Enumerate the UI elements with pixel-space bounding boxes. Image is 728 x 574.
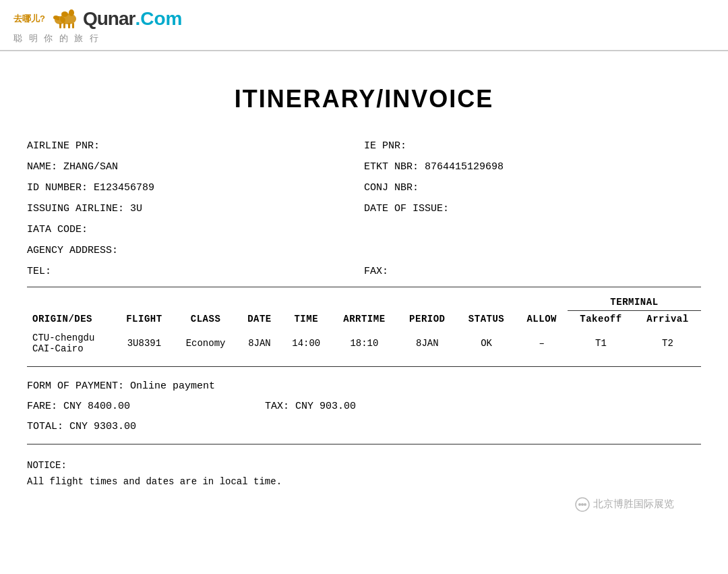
notice-divider [27,444,701,444]
agency-label: AGENCY ADDRESS: [27,245,118,256]
td-takeoff: T1 [568,327,634,360]
invoice-title: ITINERARY/INVOICE [27,85,701,113]
td-allow: – [516,327,568,360]
th-origin: ORIGIN/DES [27,294,115,327]
th-class: CLASS [174,294,238,327]
conj-field: CONJ NBR: [364,182,701,194]
tel-field: TEL: [27,266,364,277]
date-issue-field: DATE OF ISSUE: [364,203,701,214]
th-flight: FLIGHT [115,294,174,327]
td-period: 8JAN [398,327,457,360]
svg-point-12 [581,503,584,506]
ie-pnr-field: IE PNR: [364,140,701,152]
info-section: AIRLINE PNR: IE PNR: NAME: ZHANG/SAN ETK… [27,140,701,277]
logo-subtitle: 聪 明 你 的 旅 行 [13,32,182,45]
form-value: Online payment [130,380,215,392]
th-takeoff: Takeoff [568,311,634,328]
origin-line1: CTU-chengdu [32,333,109,343]
logo-com: .Com [135,8,182,30]
notice-section: NOTICE: All flight times and dates are i… [27,458,701,490]
total-value: CNY 9303.00 [69,421,136,432]
info-row-tel: TEL: FAX: [27,266,701,277]
svg-point-11 [578,503,581,506]
logo-container: 去哪儿? Qunar .Com [13,7,182,45]
info-row-agency: AGENCY ADDRESS: [27,245,701,256]
table-top-divider [27,287,701,287]
airline-pnr-field: AIRLINE PNR: [27,140,364,152]
th-allow: ALLOW [516,294,568,327]
svg-rect-9 [72,23,74,28]
iata-label: IATA CODE: [27,224,88,235]
etkt-label: ETKT NBR: [364,161,419,173]
name-label: NAME: [27,161,57,173]
info-row-pnr: AIRLINE PNR: IE PNR: [27,140,701,152]
svg-point-3 [69,9,74,16]
fare-field: FARE: CNY 8400.00 [27,397,130,417]
svg-rect-5 [57,16,59,20]
td-arrival: T2 [634,327,701,360]
form-of-payment-row: FORM OF PAYMENT: Online payment [27,376,701,397]
fax-field: FAX: [364,266,701,277]
td-arrtime: 18:10 [331,327,398,360]
td-time: 14:00 [282,327,331,360]
agency-field: AGENCY ADDRESS: [27,245,364,256]
th-period: PERIOD [398,294,457,327]
th-terminal: TERMINAL [568,294,701,311]
svg-point-2 [61,11,68,17]
ie-pnr-label: IE PNR: [364,140,406,152]
info-row-name: NAME: ZHANG/SAN ETKT NBR: 8764415129698 [27,161,701,173]
svg-rect-8 [68,23,70,28]
total-label: TOTAL: [27,421,63,432]
watermark-icon [575,497,590,512]
table-bottom-divider [27,366,701,367]
td-flight: 3U8391 [115,327,174,360]
iata-right-spacer [364,224,701,235]
tax-value: CNY 903.00 [295,401,356,412]
info-row-issuing: ISSUING AIRLINE: 3U DATE OF ISSUE: [27,203,701,214]
tel-label: TEL: [27,266,51,277]
watermark-text: 北京博胜国际展览 [593,498,674,511]
flight-table-body: CTU-chengdu CAI-Cairo 3U8391 Economy 8JA… [27,327,701,360]
conj-label: CONJ NBR: [364,182,419,194]
fare-value: CNY 8400.00 [63,401,130,412]
svg-rect-6 [59,23,61,28]
notice-text: All flight times and dates are in local … [27,474,701,490]
issuing-label: ISSUING AIRLINE: [27,203,124,214]
airline-pnr-label: AIRLINE PNR: [27,140,100,152]
name-value: ZHANG/SAN [63,161,118,173]
flight-table: ORIGIN/DES FLIGHT CLASS DATE TIME ARRTIM… [27,294,701,360]
svg-rect-7 [63,23,65,28]
th-status: STATUS [457,294,516,327]
watermark-container: 北京博胜国际展览 [575,497,674,512]
issuing-value: 3U [130,203,142,214]
id-value: E123456789 [94,182,154,194]
info-row-iata: IATA CODE: [27,224,701,235]
table-row: CTU-chengdu CAI-Cairo 3U8391 Economy 8JA… [27,327,701,360]
td-class: Economy [174,327,238,360]
page-header: 去哪儿? Qunar .Com [0,0,728,51]
td-date: 8JAN [237,327,281,360]
payment-section: FORM OF PAYMENT: Online payment FARE: CN… [27,376,701,437]
id-field: ID NUMBER: E123456789 [27,182,364,194]
iata-field: IATA CODE: [27,224,364,235]
info-row-id: ID NUMBER: E123456789 CONJ NBR: [27,182,701,194]
table-header-row: ORIGIN/DES FLIGHT CLASS DATE TIME ARRTIM… [27,294,701,311]
naqu-text: 去哪儿? [13,13,45,25]
main-content: ITINERARY/INVOICE AIRLINE PNR: IE PNR: N… [0,51,728,532]
th-arrtime: ARRTIME [331,294,398,327]
footer-watermark: 北京博胜国际展览 [27,497,701,512]
total-row: TOTAL: CNY 9303.00 [27,417,701,437]
name-field: NAME: ZHANG/SAN [27,161,364,173]
td-status: OK [457,327,516,360]
notice-label: NOTICE: [27,458,701,474]
svg-point-13 [584,503,586,506]
etkt-value: 8764415129698 [425,161,504,173]
agency-right-spacer [364,245,701,256]
logo-top: 去哪儿? Qunar .Com [13,7,182,31]
origin-line2: CAI-Cairo [32,343,109,354]
fax-label: FAX: [364,266,388,277]
camel-icon [48,7,80,31]
th-arrival: Arrival [634,311,701,328]
td-origin: CTU-chengdu CAI-Cairo [27,327,115,360]
date-issue-label: DATE OF ISSUE: [364,203,449,214]
